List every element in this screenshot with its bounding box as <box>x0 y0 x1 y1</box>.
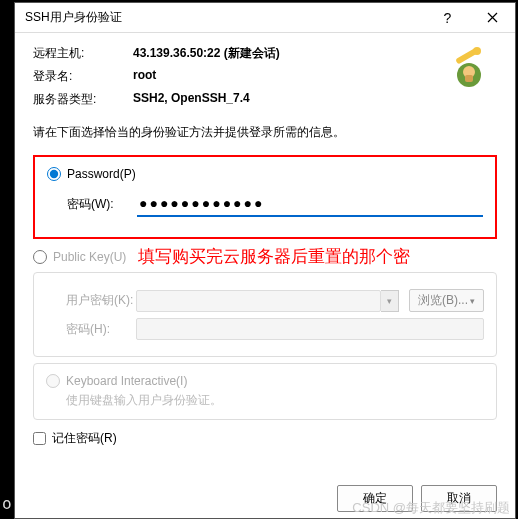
publickey-radio-label: Public Key(U) <box>53 250 126 264</box>
keyboard-radio <box>46 374 60 388</box>
pk-password-label: 密码(H): <box>46 321 136 338</box>
publickey-group: 用户密钥(K): ▾ 浏览(B)...▾ 密码(H): <box>33 272 497 357</box>
login-value: root <box>133 68 156 85</box>
password-radio-label: Password(P) <box>67 167 136 181</box>
remote-host-row: 远程主机: 43.139.36.50:22 (新建会话) <box>33 45 497 62</box>
key-icon <box>447 47 491 91</box>
password-section-highlight: Password(P) 密码(W): <box>33 155 497 239</box>
annotation-text: 填写购买完云服务器后重置的那个密 <box>138 245 410 268</box>
browse-button: 浏览(B)...▾ <box>409 289 484 312</box>
close-button[interactable] <box>470 3 515 33</box>
dialog-buttons: 确定 取消 <box>15 475 515 518</box>
svg-rect-2 <box>465 75 473 82</box>
login-label: 登录名: <box>33 68 133 85</box>
instruction-text: 请在下面选择恰当的身份验证方法并提供登录所需的信息。 <box>33 124 497 141</box>
password-radio[interactable] <box>47 167 61 181</box>
titlebar-text: SSH用户身份验证 <box>25 9 425 26</box>
dialog-content: 远程主机: 43.139.36.50:22 (新建会话) 登录名: root 服… <box>15 33 515 475</box>
svg-point-4 <box>473 47 481 55</box>
password-input[interactable] <box>137 191 483 217</box>
login-row: 登录名: root <box>33 68 497 85</box>
pk-password-input <box>136 318 484 340</box>
keyboard-radio-label: Keyboard Interactive(I) <box>66 374 187 388</box>
server-type-label: 服务器类型: <box>33 91 133 108</box>
remember-label: 记住密码(R) <box>52 430 117 447</box>
password-radio-row[interactable]: Password(P) <box>47 167 483 181</box>
server-type-row: 服务器类型: SSH2, OpenSSH_7.4 <box>33 91 497 108</box>
keyboard-group: Keyboard Interactive(I) 使用键盘输入用户身份验证。 <box>33 363 497 420</box>
user-key-input <box>136 290 381 312</box>
pk-password-row: 密码(H): <box>46 318 484 340</box>
ssh-auth-dialog: SSH用户身份验证 ? 远程主机: 43.139.36.50:22 (新建会话)… <box>14 2 516 519</box>
ok-button[interactable]: 确定 <box>337 485 413 512</box>
remote-host-value: 43.139.36.50:22 (新建会话) <box>133 45 280 62</box>
remote-host-label: 远程主机: <box>33 45 133 62</box>
publickey-radio-row[interactable]: Public Key(U) <box>33 250 126 264</box>
password-field-row: 密码(W): <box>47 191 483 217</box>
publickey-radio[interactable] <box>33 250 47 264</box>
user-key-row: 用户密钥(K): ▾ 浏览(B)...▾ <box>46 289 484 312</box>
keyboard-subtext: 使用键盘输入用户身份验证。 <box>46 392 484 409</box>
server-type-value: SSH2, OpenSSH_7.4 <box>133 91 250 108</box>
help-button[interactable]: ? <box>425 3 470 33</box>
remember-checkbox[interactable] <box>33 432 46 445</box>
keyboard-radio-row[interactable]: Keyboard Interactive(I) <box>46 374 484 388</box>
user-key-label: 用户密钥(K): <box>46 292 136 309</box>
password-label: 密码(W): <box>47 196 137 213</box>
cancel-button[interactable]: 取消 <box>421 485 497 512</box>
titlebar: SSH用户身份验证 ? <box>15 3 515 33</box>
remember-row[interactable]: 记住密码(R) <box>33 430 497 447</box>
user-key-dropdown-icon: ▾ <box>381 290 399 312</box>
